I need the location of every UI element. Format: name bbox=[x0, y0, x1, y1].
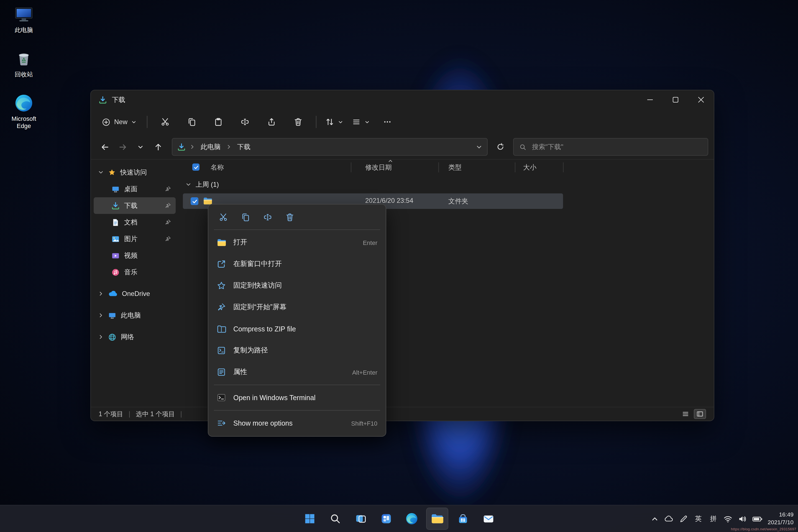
delete-button[interactable] bbox=[285, 113, 311, 131]
menu-divider bbox=[214, 229, 380, 230]
desktop-icon-label: 此电脑 bbox=[15, 26, 33, 34]
search-box[interactable] bbox=[513, 138, 708, 156]
music-icon bbox=[111, 268, 120, 276]
cut-button[interactable] bbox=[215, 209, 232, 226]
pin-icon bbox=[165, 186, 171, 192]
view-button[interactable] bbox=[348, 113, 374, 131]
menu-item-label: Show more options bbox=[233, 419, 292, 427]
sidebar-item-desktop[interactable]: 桌面 bbox=[94, 180, 176, 197]
new-button[interactable]: New bbox=[96, 113, 142, 131]
onedrive-cloud-icon[interactable] bbox=[664, 514, 674, 524]
title-bar[interactable]: 下载 bbox=[91, 90, 714, 109]
navigation-bar: 此电脑 下载 bbox=[91, 135, 714, 159]
taskbar-search-button[interactable] bbox=[324, 508, 346, 530]
details-view-button[interactable] bbox=[679, 409, 691, 419]
address-dropdown-icon[interactable] bbox=[476, 144, 482, 150]
chevron-down-icon bbox=[98, 170, 103, 175]
column-divider[interactable] bbox=[351, 163, 352, 172]
context-menu-item-open-terminal[interactable]: Open in Windows Terminal bbox=[211, 387, 383, 408]
sidebar-quick-access[interactable]: 快速访问 bbox=[94, 164, 176, 180]
breadcrumb-downloads[interactable]: 下载 bbox=[235, 141, 252, 153]
address-bar[interactable]: 此电脑 下载 bbox=[172, 138, 488, 156]
minimize-button[interactable] bbox=[637, 90, 663, 109]
column-headers: 名称 修改日期 类型 大小 bbox=[178, 159, 714, 175]
ime-language-indicator[interactable]: 英 bbox=[694, 513, 704, 525]
taskbar-edge-button[interactable] bbox=[401, 508, 423, 530]
sidebar-item-network[interactable]: 网络 bbox=[94, 329, 176, 345]
sidebar-label: OneDrive bbox=[122, 290, 150, 298]
context-menu-item-compress-zip[interactable]: Compress to ZIP file bbox=[211, 318, 383, 340]
cut-button[interactable] bbox=[152, 113, 178, 131]
volume-icon[interactable] bbox=[738, 514, 747, 524]
large-icons-view-button[interactable] bbox=[694, 409, 706, 419]
sidebar-item-downloads[interactable]: 下载 bbox=[94, 197, 176, 214]
sidebar-label: 图片 bbox=[124, 234, 137, 244]
up-button[interactable] bbox=[150, 138, 166, 155]
edge-icon bbox=[405, 512, 418, 525]
downloads-icon bbox=[111, 202, 120, 210]
column-date-modified[interactable]: 修改日期 bbox=[365, 163, 392, 172]
sidebar-label: 音乐 bbox=[124, 267, 137, 277]
rename-button[interactable] bbox=[232, 113, 258, 131]
column-size[interactable]: 大小 bbox=[523, 163, 536, 172]
context-menu-item-open[interactable]: 打开 Enter bbox=[211, 232, 383, 253]
paste-button[interactable] bbox=[206, 113, 231, 131]
back-button[interactable] bbox=[96, 138, 113, 155]
ime-mode-indicator[interactable]: 拼 bbox=[708, 513, 719, 525]
widgets-button[interactable] bbox=[375, 508, 397, 530]
taskbar-store-button[interactable] bbox=[452, 508, 474, 530]
copy-path-icon bbox=[217, 346, 226, 355]
battery-icon[interactable] bbox=[752, 514, 763, 524]
context-menu-item-properties[interactable]: 属性 Alt+Enter bbox=[211, 361, 383, 383]
context-menu-item-open-new-window[interactable]: 在新窗口中打开 bbox=[211, 253, 383, 275]
refresh-button[interactable] bbox=[492, 138, 509, 155]
show-hidden-icons-chevron[interactable] bbox=[651, 515, 659, 522]
start-button[interactable] bbox=[299, 508, 321, 530]
copy-button[interactable] bbox=[237, 209, 254, 226]
group-header-last-week[interactable]: 上周 (1) bbox=[178, 178, 714, 191]
menu-item-label: 在新窗口中打开 bbox=[233, 259, 282, 269]
taskbar-mail-button[interactable] bbox=[477, 508, 499, 530]
chevron-down-icon bbox=[131, 119, 136, 125]
context-menu-item-copy-as-path[interactable]: 复制为路径 bbox=[211, 340, 383, 361]
select-all-checkbox[interactable] bbox=[192, 164, 200, 171]
sort-button[interactable] bbox=[321, 113, 347, 131]
column-divider[interactable] bbox=[515, 163, 515, 172]
see-more-button[interactable] bbox=[375, 113, 400, 131]
delete-button[interactable] bbox=[282, 209, 298, 226]
breadcrumb-this-pc[interactable]: 此电脑 bbox=[199, 141, 222, 153]
context-menu-item-pin-to-start[interactable]: 固定到“开始”屏幕 bbox=[211, 297, 383, 318]
desktop-icon-this-pc[interactable]: 此电脑 bbox=[3, 4, 44, 34]
share-button[interactable] bbox=[259, 113, 284, 131]
sidebar-item-videos[interactable]: 视频 bbox=[94, 247, 176, 264]
row-checkbox[interactable] bbox=[191, 197, 198, 205]
rename-button[interactable] bbox=[259, 209, 276, 226]
recent-locations-button[interactable] bbox=[132, 138, 149, 155]
taskbar-explorer-button[interactable] bbox=[426, 508, 448, 530]
desktop-icon-recycle-bin[interactable]: 回收站 bbox=[3, 49, 44, 79]
desktop-icon-edge[interactable]: Microsoft Edge bbox=[3, 93, 44, 130]
context-menu-item-pin-quick-access[interactable]: 固定到快速访问 bbox=[211, 275, 383, 297]
taskbar-clock[interactable]: 16:49 2021/7/10 bbox=[768, 511, 794, 527]
copy-button[interactable] bbox=[179, 113, 205, 131]
search-input[interactable] bbox=[531, 142, 702, 151]
watermark: https://blog.csdn.net/weixin_29315697 bbox=[731, 527, 796, 531]
rename-icon bbox=[263, 213, 272, 222]
explorer-window: 下载 New bbox=[90, 90, 714, 421]
forward-button[interactable] bbox=[114, 138, 131, 155]
column-name[interactable]: 名称 bbox=[211, 163, 224, 172]
sidebar-item-onedrive[interactable]: OneDrive bbox=[94, 285, 176, 302]
sidebar-item-this-pc[interactable]: 此电脑 bbox=[94, 307, 176, 324]
column-type[interactable]: 类型 bbox=[448, 163, 462, 172]
column-divider[interactable] bbox=[563, 163, 564, 172]
context-menu-item-show-more[interactable]: Show more options Shift+F10 bbox=[211, 412, 383, 434]
maximize-button[interactable] bbox=[663, 90, 688, 109]
sidebar-item-pictures[interactable]: 图片 bbox=[94, 230, 176, 247]
wifi-icon[interactable] bbox=[723, 514, 733, 524]
task-view-button[interactable] bbox=[350, 508, 372, 530]
close-button[interactable] bbox=[688, 90, 714, 109]
sidebar-item-documents[interactable]: 文档 bbox=[94, 214, 176, 230]
column-divider[interactable] bbox=[438, 163, 439, 172]
sidebar-item-music[interactable]: 音乐 bbox=[94, 264, 176, 280]
windows-ink-pen-icon[interactable] bbox=[679, 514, 688, 524]
